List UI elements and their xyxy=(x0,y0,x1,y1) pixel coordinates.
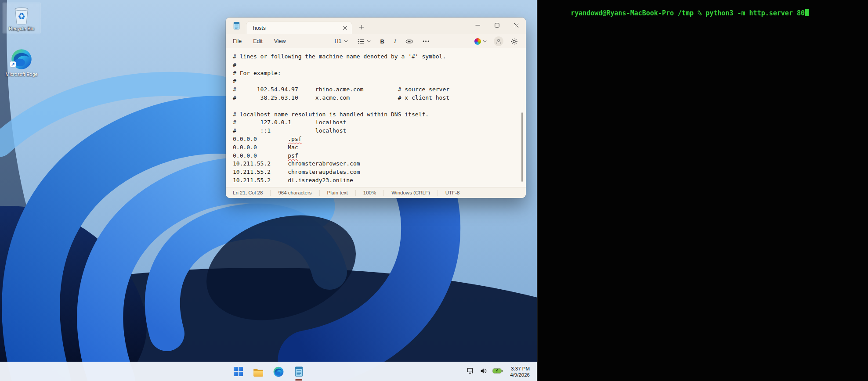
editor-line: 0.0.0.0 .psf xyxy=(233,135,526,144)
editor-line: 10.211.55.2 dl.isready23.online xyxy=(233,176,526,185)
editor-line: 10.211.55.2 chromsteraupdates.com xyxy=(233,168,526,176)
status-segment: 100% xyxy=(355,190,383,196)
account-button[interactable] xyxy=(492,36,505,47)
editor-scrollbar[interactable] xyxy=(521,112,523,182)
edge-taskbar-button[interactable] xyxy=(271,364,286,380)
volume-tray-button[interactable] xyxy=(480,367,488,377)
status-segment: UTF-8 xyxy=(438,190,467,196)
terminal-cursor xyxy=(805,9,809,16)
windows-desktop: ♻ Recycle Bin ↗ Microsoft Edge xyxy=(0,0,537,381)
editor-line: # 127.0.0.1 localhost xyxy=(233,119,526,127)
format-tools: H1 B I xyxy=(332,36,436,46)
misspelled-word: psf xyxy=(288,152,298,159)
editor-text: # lines or following the machine name de… xyxy=(226,48,526,185)
desktop-icon-recycle-bin[interactable]: ♻ Recycle Bin xyxy=(3,3,40,33)
chevron-down-icon xyxy=(483,40,487,43)
editor-line: 10.211.55.2 chromsterabrowser.com xyxy=(233,160,526,168)
macos-terminal[interactable]: ryandowd@Ryans-MacBook-Pro /tmp % python… xyxy=(537,0,868,381)
battery-icon xyxy=(492,368,503,374)
editor-line xyxy=(233,102,526,111)
new-tab-button[interactable] xyxy=(356,22,367,33)
edge-icon xyxy=(10,48,33,71)
link-button[interactable] xyxy=(402,38,416,45)
shortcut-arrow-badge: ↗ xyxy=(10,61,16,67)
desktop-icon-label: Recycle Bin xyxy=(3,26,40,32)
file-explorer-icon xyxy=(253,366,264,377)
editor-line: # lines or following the machine name de… xyxy=(233,53,526,61)
recycle-bin-icon: ♻ xyxy=(13,5,30,25)
editor-line: # 102.54.94.97 rhino.acme.com # source s… xyxy=(233,86,526,94)
clock-time: 3:37 PM xyxy=(510,366,530,372)
list-style-dropdown[interactable] xyxy=(354,37,374,46)
link-icon xyxy=(405,39,413,44)
battery-tray-button[interactable] xyxy=(492,368,503,376)
terminal-line: ryandowd@Ryans-MacBook-Pro /tmp % python… xyxy=(538,0,868,25)
status-segment: 964 characters xyxy=(270,190,319,196)
menu-bar: FileEditView xyxy=(233,38,297,44)
heading-style-dropdown[interactable]: H1 xyxy=(332,37,351,46)
file-explorer-button[interactable] xyxy=(250,364,266,380)
status-segment: Plain text xyxy=(319,190,355,196)
notepad-window: hosts xyxy=(226,18,526,198)
editor-line: # xyxy=(233,77,526,86)
tab-hosts[interactable]: hosts xyxy=(246,21,352,34)
editor-area[interactable]: # lines or following the machine name de… xyxy=(226,48,526,187)
desktop-icon-microsoft-edge[interactable]: ↗ Microsoft Edge xyxy=(3,46,40,79)
notepad-app-icon xyxy=(232,22,241,30)
status-segment: Ln 21, Col 28 xyxy=(233,190,270,196)
editor-line: 0.0.0.0 Mac xyxy=(233,144,526,152)
editor-line: # For example: xyxy=(233,69,526,78)
chevron-down-icon xyxy=(344,40,348,43)
status-bar: Ln 21, Col 28964 charactersPlain text100… xyxy=(226,187,526,198)
menu-view[interactable]: View xyxy=(274,38,286,44)
display-tray-button[interactable] xyxy=(467,367,475,377)
notepad-toolbar: FileEditView H1 B I xyxy=(226,34,526,48)
system-tray: 3:37 PM 4/9/2026 xyxy=(467,362,530,381)
chevron-down-icon xyxy=(367,40,371,43)
active-app-indicator xyxy=(295,379,302,381)
maximize-button[interactable] xyxy=(487,18,506,32)
notepad-icon xyxy=(293,366,304,377)
editor-line: # 38.25.63.10 x.acme.com # x client host xyxy=(233,94,526,102)
start-icon xyxy=(233,366,244,377)
taskbar-clock[interactable]: 3:37 PM 4/9/2026 xyxy=(510,366,530,378)
edge-icon xyxy=(273,366,284,377)
close-button[interactable] xyxy=(506,18,526,32)
notepad-titlebar[interactable]: hosts xyxy=(226,18,526,34)
editor-line: # xyxy=(233,61,526,69)
misspelled-word: .psf xyxy=(288,136,301,142)
notepad-taskbar-button[interactable] xyxy=(291,364,307,380)
account-icon xyxy=(495,38,502,44)
menu-edit[interactable]: Edit xyxy=(253,38,263,44)
copilot-button[interactable] xyxy=(473,37,488,46)
minimize-button[interactable] xyxy=(468,18,487,32)
settings-button[interactable] xyxy=(509,37,520,46)
taskbar-center xyxy=(230,362,307,381)
editor-line: # ::1 localhost xyxy=(233,127,526,135)
copilot-icon xyxy=(474,38,481,45)
start-button[interactable] xyxy=(230,364,246,380)
speaker-icon xyxy=(480,367,488,375)
terminal-prompt: ryandowd@Ryans-MacBook-Pro /tmp % python… xyxy=(571,9,805,17)
editor-line: # localhost name resolution is handled w… xyxy=(233,111,526,119)
list-icon xyxy=(358,39,365,44)
status-segment: Windows (CRLF) xyxy=(383,190,438,196)
toolbar-right xyxy=(473,36,520,47)
bold-button[interactable]: B xyxy=(377,37,387,46)
tab-close-icon[interactable] xyxy=(343,25,347,30)
italic-button[interactable]: I xyxy=(391,36,399,46)
window-controls xyxy=(468,18,526,34)
desktop-icon-label: Microsoft Edge xyxy=(3,72,40,77)
taskbar: 3:37 PM 4/9/2026 xyxy=(0,362,537,381)
gear-icon xyxy=(510,38,518,45)
more-options-icon xyxy=(423,40,429,42)
svg-text:♻: ♻ xyxy=(18,11,25,22)
more-options-button[interactable] xyxy=(420,39,432,43)
clock-date: 4/9/2026 xyxy=(510,372,530,378)
menu-file[interactable]: File xyxy=(233,38,242,44)
tab-title: hosts xyxy=(253,25,343,31)
display-icon xyxy=(467,367,475,375)
screen: ♻ Recycle Bin ↗ Microsoft Edge xyxy=(0,0,868,381)
editor-line: 0.0.0.0 psf xyxy=(233,152,526,160)
